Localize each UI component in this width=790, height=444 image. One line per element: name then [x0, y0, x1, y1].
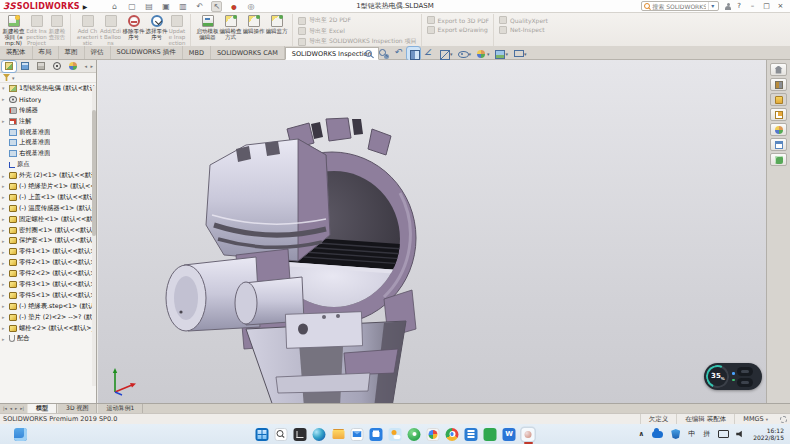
expand-arrow-icon[interactable]: ▸ — [2, 205, 7, 211]
ribbon-button[interactable]: 新建检查项目 (amp:N) — [2, 14, 25, 46]
export-button[interactable]: 导出至 Excel — [298, 27, 417, 36]
expand-arrow-icon[interactable]: ▸ — [2, 118, 7, 124]
expand-arrow-icon[interactable]: ▸ — [2, 227, 7, 233]
units-selector[interactable]: MMGS▾ — [734, 414, 776, 424]
expand-arrow-icon[interactable]: ▸ — [2, 314, 7, 320]
doctab-nav-arrow-icon[interactable]: |◂ — [2, 406, 8, 411]
store-icon[interactable] — [370, 428, 383, 441]
filter-caret-icon[interactable]: ▾ — [12, 75, 15, 81]
expand-arrow-icon[interactable]: ▸ — [2, 325, 7, 331]
photos-icon[interactable] — [427, 428, 440, 441]
document-tab[interactable]: 运动算例1 — [97, 404, 143, 413]
tree-item[interactable]: ▸ (-) 温度传感器<1> (默认<<默认>_ — [0, 203, 96, 214]
ribbon-tab[interactable]: MBD — [183, 46, 211, 59]
previous-view-icon[interactable] — [392, 47, 405, 60]
export-button[interactable]: 导出至 2D PDF — [298, 16, 417, 25]
file-explorer-icon[interactable] — [332, 428, 345, 441]
tab-scroll-arrows-icon[interactable]: ◂ ▸ — [84, 63, 94, 69]
tree-item[interactable]: ▸ 右视基准面 — [0, 148, 96, 159]
expand-arrow-icon[interactable]: ▸ — [2, 194, 7, 200]
view-palette-icon[interactable] — [770, 108, 787, 121]
thermocouple-3d-model[interactable] — [148, 115, 438, 403]
search-icon[interactable] — [275, 428, 288, 441]
document-tab[interactable]: 3D 视图 — [57, 404, 97, 413]
expand-arrow-icon[interactable]: ▸ — [2, 216, 7, 222]
expand-arrow-icon[interactable]: ▸ — [2, 183, 7, 189]
tree-item[interactable]: ▸ 密封圈<1> (默认<<默认>_显示状 — [0, 225, 96, 236]
tree-item[interactable]: ▸ 外壳 (2)<1> (默认<<默认>_显示状 — [0, 170, 96, 181]
minimize-button[interactable]: – — [746, 1, 759, 12]
export-button[interactable]: Net-Inspect — [499, 26, 548, 34]
start-icon[interactable] — [256, 428, 269, 441]
wps-icon[interactable]: W — [503, 428, 516, 441]
tree-scrollbar[interactable] — [92, 86, 96, 386]
menu-expand-arrow-icon[interactable]: ▶ — [83, 3, 88, 10]
ribbon-button[interactable]: Add Characteristic — [76, 14, 99, 46]
tree-item[interactable]: ▸ 前视基准面 — [0, 127, 96, 138]
graphics-viewport[interactable]: 35% — [98, 60, 766, 403]
tree-item[interactable]: ▸ (-) 绝缘垫片<1> (默认<<默认>_显 — [0, 181, 96, 192]
ribbon-button[interactable]: Edit Inspection Project — [25, 14, 48, 46]
undo-icon[interactable]: ↶ — [194, 1, 205, 12]
ime-mode-label[interactable]: 拼 — [703, 429, 710, 439]
ribbon-tab[interactable]: 评估 — [85, 46, 111, 59]
display-style-icon[interactable] — [437, 47, 454, 60]
mail-icon[interactable] — [351, 428, 364, 441]
search-dropdown-icon[interactable]: ▾ — [708, 2, 716, 10]
ribbon-tab[interactable]: SOLIDWORKS 插件 — [111, 46, 183, 59]
custom-properties-icon[interactable] — [770, 138, 787, 151]
tree-item[interactable]: ▸ 螺栓<2> (默认<<默认>_显示状态 — [0, 323, 96, 334]
new-document-icon[interactable]: ▢ — [126, 1, 137, 12]
network-monitor-icon[interactable] — [718, 430, 728, 438]
print-icon[interactable]: ▥ — [177, 1, 188, 12]
expand-arrow-icon[interactable]: ▸ — [2, 271, 7, 277]
ribbon-tab[interactable]: 草图 — [59, 46, 85, 59]
recorder-button-bottom[interactable] — [737, 378, 753, 387]
restore-button[interactable]: □ — [760, 1, 773, 12]
tree-item[interactable]: ▸ 零件2<2> (默认<<默认>_显示状 — [0, 268, 96, 279]
ribbon-button[interactable]: Update Inspection Project — [168, 14, 191, 46]
gear-icon[interactable] — [780, 416, 787, 423]
ribbon-button[interactable]: 选择零件序号 — [145, 14, 168, 46]
expand-arrow-icon[interactable]: ▸ — [2, 249, 7, 255]
appearances-scenes-icon[interactable] — [770, 123, 787, 136]
tree-item[interactable]: ▸ 固定螺栓<1> (默认<<默认>_显示 — [0, 214, 96, 225]
dimxpertmanager-icon[interactable] — [50, 61, 64, 72]
app-blue-icon[interactable] — [465, 428, 478, 441]
clock[interactable]: 16:12 2022/8/15 — [753, 427, 784, 441]
home-icon[interactable]: ⌂ — [109, 1, 120, 12]
expand-arrow-icon[interactable]: ▸ — [2, 336, 7, 342]
solidworks-icon[interactable] — [522, 428, 535, 441]
ime-state-label[interactable]: 中 — [688, 429, 695, 439]
propertymanager-icon[interactable] — [18, 61, 32, 72]
file-explorer-icon[interactable] — [770, 93, 787, 106]
save-icon[interactable]: ▣ — [160, 1, 171, 12]
displaymanager-icon[interactable] — [66, 61, 80, 72]
screen-recorder-widget[interactable]: 35% — [704, 363, 762, 390]
tree-item[interactable]: ▸ (-) 上盖<1> (默认<<默认>_显示状 — [0, 192, 96, 203]
doctab-nav-arrow-icon[interactable]: ◂ — [9, 406, 13, 411]
options-icon[interactable]: ◎ — [245, 1, 256, 12]
help-button[interactable]: ? — [737, 2, 741, 10]
tree-item[interactable]: ▸ (-) 绝缘表.step<1> (默认<<默认> — [0, 301, 96, 312]
configurationmanager-icon[interactable] — [34, 61, 48, 72]
close-button[interactable]: × — [774, 1, 787, 12]
tree-item[interactable]: ▸ History — [0, 94, 96, 105]
open-document-icon[interactable]: ▤ — [143, 1, 154, 12]
tree-item[interactable]: ▸ 传感器 — [0, 105, 96, 116]
weather-icon[interactable] — [389, 428, 402, 441]
zoom-area-icon[interactable] — [377, 47, 390, 60]
ribbon-button[interactable]: 编辑检查方式 — [219, 14, 242, 46]
speaker-icon[interactable] — [736, 430, 745, 438]
chrome-icon[interactable] — [446, 428, 459, 441]
tree-item[interactable]: ▸ 原点 — [0, 159, 96, 170]
tree-item[interactable]: ▸ 上视基准面 — [0, 137, 96, 148]
expand-arrow-icon[interactable]: ▸ — [2, 303, 7, 309]
document-tab[interactable]: 模型 — [27, 404, 57, 413]
view-orientation-icon[interactable] — [511, 47, 528, 60]
security-shield-icon[interactable] — [671, 429, 680, 439]
ribbon-button[interactable]: 移除零件序号 — [122, 14, 145, 46]
zoom-fit-icon[interactable] — [362, 47, 375, 60]
ribbon-button[interactable]: 编辑操作 — [242, 14, 265, 46]
export-button[interactable]: Export to 3D PDF — [427, 16, 490, 24]
